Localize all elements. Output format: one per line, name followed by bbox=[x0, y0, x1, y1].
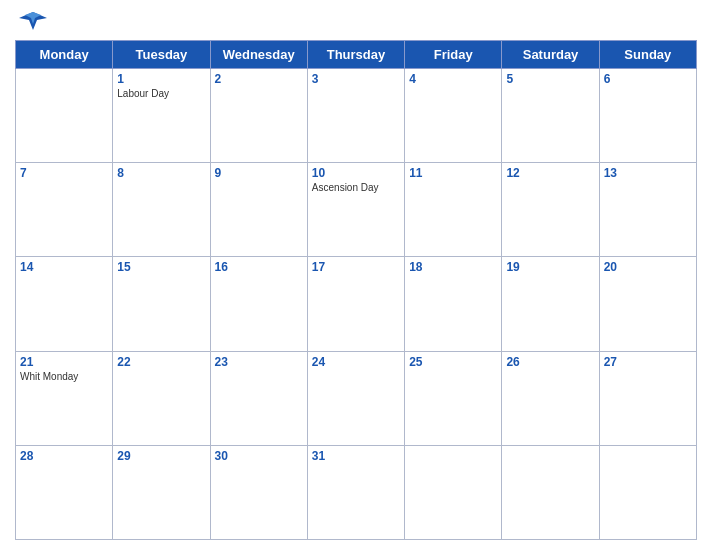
calendar-cell: 28 bbox=[16, 445, 113, 539]
calendar-cell: 21Whit Monday bbox=[16, 351, 113, 445]
calendar-cell: 30 bbox=[210, 445, 307, 539]
calendar-cell: 12 bbox=[502, 163, 599, 257]
calendar-cell bbox=[502, 445, 599, 539]
calendar-cell: 29 bbox=[113, 445, 210, 539]
day-number: 17 bbox=[312, 260, 400, 274]
calendar-cell: 14 bbox=[16, 257, 113, 351]
calendar-cell bbox=[405, 445, 502, 539]
day-number: 16 bbox=[215, 260, 303, 274]
day-number: 23 bbox=[215, 355, 303, 369]
holiday-label: Ascension Day bbox=[312, 181, 400, 194]
calendar-cell: 31 bbox=[307, 445, 404, 539]
calendar-cell: 18 bbox=[405, 257, 502, 351]
calendar-cell: 20 bbox=[599, 257, 696, 351]
day-number: 22 bbox=[117, 355, 205, 369]
day-number: 26 bbox=[506, 355, 594, 369]
day-number: 19 bbox=[506, 260, 594, 274]
day-number: 2 bbox=[215, 72, 303, 86]
col-header-saturday: Saturday bbox=[502, 41, 599, 69]
calendar-cell: 19 bbox=[502, 257, 599, 351]
calendar-cell: 11 bbox=[405, 163, 502, 257]
calendar-week-row: 14151617181920 bbox=[16, 257, 697, 351]
col-header-thursday: Thursday bbox=[307, 41, 404, 69]
col-header-sunday: Sunday bbox=[599, 41, 696, 69]
holiday-label: Whit Monday bbox=[20, 370, 108, 383]
day-number: 14 bbox=[20, 260, 108, 274]
day-number: 5 bbox=[506, 72, 594, 86]
calendar-cell: 5 bbox=[502, 69, 599, 163]
day-number: 18 bbox=[409, 260, 497, 274]
day-number: 12 bbox=[506, 166, 594, 180]
calendar-cell: 22 bbox=[113, 351, 210, 445]
day-number: 29 bbox=[117, 449, 205, 463]
calendar-cell: 13 bbox=[599, 163, 696, 257]
col-header-tuesday: Tuesday bbox=[113, 41, 210, 69]
day-number: 24 bbox=[312, 355, 400, 369]
day-number: 9 bbox=[215, 166, 303, 180]
day-number: 8 bbox=[117, 166, 205, 180]
calendar-cell: 3 bbox=[307, 69, 404, 163]
day-number: 6 bbox=[604, 72, 692, 86]
day-number: 3 bbox=[312, 72, 400, 86]
day-number: 28 bbox=[20, 449, 108, 463]
day-number: 4 bbox=[409, 72, 497, 86]
day-number: 25 bbox=[409, 355, 497, 369]
day-number: 1 bbox=[117, 72, 205, 86]
holiday-label: Labour Day bbox=[117, 87, 205, 100]
calendar-table: MondayTuesdayWednesdayThursdayFridaySatu… bbox=[15, 40, 697, 540]
col-header-monday: Monday bbox=[16, 41, 113, 69]
calendar-week-row: 78910Ascension Day111213 bbox=[16, 163, 697, 257]
page-header bbox=[15, 10, 697, 32]
day-number: 10 bbox=[312, 166, 400, 180]
calendar-cell: 9 bbox=[210, 163, 307, 257]
day-number: 31 bbox=[312, 449, 400, 463]
calendar-cell bbox=[599, 445, 696, 539]
calendar-cell: 2 bbox=[210, 69, 307, 163]
day-number: 13 bbox=[604, 166, 692, 180]
calendar-cell: 17 bbox=[307, 257, 404, 351]
calendar-week-row: 21Whit Monday222324252627 bbox=[16, 351, 697, 445]
calendar-cell bbox=[16, 69, 113, 163]
calendar-header-row: MondayTuesdayWednesdayThursdayFridaySatu… bbox=[16, 41, 697, 69]
day-number: 21 bbox=[20, 355, 108, 369]
calendar-cell: 15 bbox=[113, 257, 210, 351]
logo-bird-icon bbox=[19, 10, 47, 32]
day-number: 30 bbox=[215, 449, 303, 463]
calendar-cell: 26 bbox=[502, 351, 599, 445]
calendar-week-row: 1Labour Day23456 bbox=[16, 69, 697, 163]
calendar-week-row: 28293031 bbox=[16, 445, 697, 539]
col-header-wednesday: Wednesday bbox=[210, 41, 307, 69]
day-number: 27 bbox=[604, 355, 692, 369]
calendar-cell: 25 bbox=[405, 351, 502, 445]
calendar-cell: 27 bbox=[599, 351, 696, 445]
calendar-cell: 23 bbox=[210, 351, 307, 445]
calendar-cell: 7 bbox=[16, 163, 113, 257]
col-header-friday: Friday bbox=[405, 41, 502, 69]
calendar-cell: 8 bbox=[113, 163, 210, 257]
calendar-cell: 10Ascension Day bbox=[307, 163, 404, 257]
calendar-cell: 16 bbox=[210, 257, 307, 351]
logo bbox=[19, 10, 51, 32]
calendar-cell: 1Labour Day bbox=[113, 69, 210, 163]
calendar-cell: 4 bbox=[405, 69, 502, 163]
day-number: 15 bbox=[117, 260, 205, 274]
calendar-cell: 6 bbox=[599, 69, 696, 163]
day-number: 7 bbox=[20, 166, 108, 180]
day-number: 11 bbox=[409, 166, 497, 180]
calendar-cell: 24 bbox=[307, 351, 404, 445]
day-number: 20 bbox=[604, 260, 692, 274]
